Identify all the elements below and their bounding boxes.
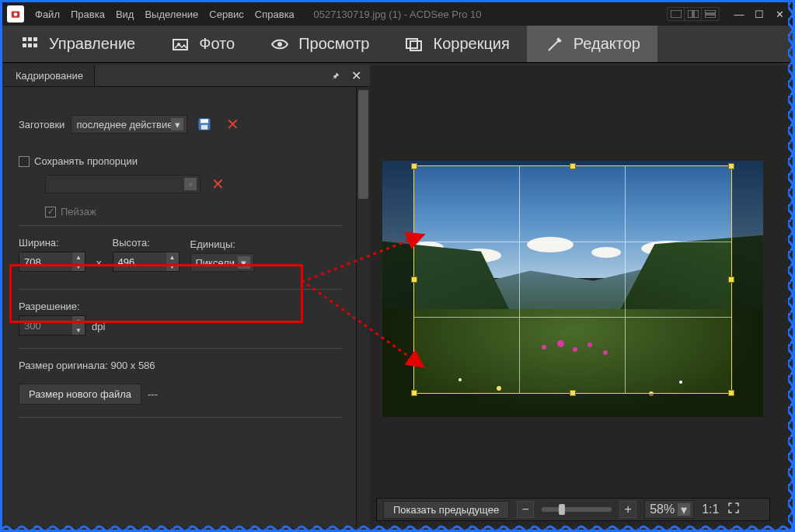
- mode-photo[interactable]: Фото: [152, 26, 252, 62]
- zoom-slider[interactable]: [542, 507, 612, 512]
- new-file-size-button[interactable]: Размер нового файла: [19, 384, 141, 405]
- presets-select[interactable]: последнее действие ▾: [71, 115, 187, 134]
- mode-photo-label: Фото: [199, 35, 235, 53]
- image-viewer: Показать предыдущее − + 58% ▾ 1:1: [370, 65, 790, 527]
- svg-point-15: [277, 42, 282, 47]
- one-to-one-button[interactable]: 1:1: [702, 502, 719, 516]
- close-panel-icon[interactable]: ✕: [350, 70, 362, 82]
- layout-3-icon[interactable]: [702, 8, 719, 20]
- keep-proportions-checkbox[interactable]: Сохранять пропорции: [19, 155, 342, 167]
- crop-handle-tl[interactable]: [411, 163, 417, 169]
- x-separator: x: [96, 257, 102, 272]
- minimize-button[interactable]: —: [730, 5, 748, 23]
- crop-handle-mr[interactable]: [728, 276, 734, 283]
- panel-scrollbar[interactable]: [356, 87, 370, 527]
- height-up[interactable]: ▲: [166, 252, 179, 262]
- mode-develop-label: Коррекция: [433, 35, 509, 53]
- zoom-select[interactable]: 58% ▾: [644, 500, 694, 519]
- res-up[interactable]: ▲: [72, 316, 85, 325]
- width-down[interactable]: ▼: [72, 262, 85, 271]
- svg-rect-2: [671, 10, 682, 18]
- width-input[interactable]: ▲▼: [19, 252, 85, 272]
- svg-rect-3: [688, 10, 692, 18]
- svg-rect-10: [23, 43, 26, 47]
- chevron-down-icon[interactable]: ▾: [238, 256, 250, 269]
- mode-manage[interactable]: Управление: [2, 26, 152, 62]
- width-value[interactable]: [19, 256, 72, 268]
- crop-tab[interactable]: Кадрирование: [5, 65, 95, 86]
- menu-select[interactable]: Выделение: [145, 9, 198, 20]
- delete-preset-icon[interactable]: ✕: [221, 115, 243, 134]
- presets-label: Заготовки: [19, 119, 65, 130]
- mode-tabs: Управление Фото Просмотр Коррекция Редак…: [2, 26, 793, 63]
- crop-handle-ml[interactable]: [411, 276, 417, 283]
- units-select[interactable]: Пиксели ▾: [190, 253, 254, 272]
- svg-rect-20: [201, 125, 207, 130]
- app-window: Файл Правка Вид Выделение Сервис Справка…: [0, 0, 795, 532]
- resolution-value[interactable]: [19, 320, 72, 332]
- svg-rect-11: [28, 43, 32, 47]
- chevron-down-icon[interactable]: ▾: [184, 178, 197, 190]
- save-preset-icon[interactable]: [194, 115, 215, 134]
- zoom-in-button[interactable]: +: [619, 501, 636, 518]
- menu-file[interactable]: Файл: [35, 9, 60, 20]
- maximize-button[interactable]: ☐: [751, 5, 768, 23]
- menu-view[interactable]: Вид: [116, 9, 134, 20]
- zoom-slider-knob[interactable]: [559, 504, 565, 515]
- menu-edit[interactable]: Правка: [71, 9, 105, 20]
- crop-handle-tm[interactable]: [570, 163, 576, 169]
- svg-point-1: [14, 12, 18, 16]
- svg-rect-19: [200, 119, 208, 123]
- svg-rect-7: [23, 37, 26, 41]
- height-value[interactable]: [113, 256, 166, 268]
- mode-develop[interactable]: Коррекция: [386, 26, 526, 62]
- clear-proportion-icon[interactable]: ✕: [207, 175, 228, 193]
- close-button[interactable]: ✕: [771, 5, 788, 23]
- units-label: Единицы:: [190, 238, 254, 250]
- res-down[interactable]: ▼: [72, 325, 85, 335]
- layout-buttons[interactable]: [667, 7, 720, 21]
- crop-handle-bl[interactable]: [411, 390, 417, 396]
- window-title: 0527130719.jpg (1) - ACDSee Pro 10: [313, 9, 481, 20]
- svg-rect-8: [28, 37, 32, 41]
- layout-2-icon[interactable]: [685, 8, 702, 20]
- new-file-size-dashes: ---: [148, 388, 158, 400]
- mode-view-label: Просмотр: [298, 35, 369, 53]
- titlebar: Файл Правка Вид Выделение Сервис Справка…: [2, 2, 793, 26]
- crop-rectangle[interactable]: [413, 165, 732, 394]
- resolution-input[interactable]: ▲▼: [19, 315, 85, 336]
- menu-help[interactable]: Справка: [255, 9, 295, 20]
- menu-tools[interactable]: Сервис: [209, 9, 244, 20]
- fit-screen-icon[interactable]: [727, 501, 741, 518]
- zoom-out-button[interactable]: −: [517, 501, 534, 518]
- svg-rect-16: [406, 39, 417, 48]
- crop-handle-tr[interactable]: [728, 163, 734, 169]
- chevron-down-icon[interactable]: ▾: [171, 118, 183, 130]
- presets-value: последнее действие: [76, 119, 173, 130]
- mode-editor[interactable]: Редактор: [527, 26, 657, 62]
- landscape-checkbox[interactable]: Пейзаж: [45, 206, 342, 217]
- original-size-text: Размер оригинала: 900 x 586: [19, 360, 342, 371]
- svg-rect-5: [705, 10, 716, 13]
- height-down[interactable]: ▼: [166, 262, 179, 271]
- zoom-value: 58%: [650, 502, 675, 516]
- height-input[interactable]: ▲▼: [113, 252, 180, 272]
- width-up[interactable]: ▲: [72, 252, 85, 262]
- crop-handle-bm[interactable]: [570, 390, 576, 396]
- keep-proportions-label: Сохранять пропорции: [34, 155, 138, 167]
- pin-icon[interactable]: [330, 70, 342, 82]
- proportion-select[interactable]: ▾: [45, 175, 200, 193]
- image-canvas[interactable]: [382, 161, 763, 417]
- svg-rect-17: [410, 41, 421, 50]
- svg-rect-4: [694, 10, 699, 18]
- mode-editor-label: Редактор: [574, 35, 640, 53]
- scrollbar-thumb[interactable]: [358, 90, 368, 199]
- show-previous-button[interactable]: Показать предыдущее: [383, 501, 509, 519]
- crop-handle-br[interactable]: [728, 390, 734, 396]
- svg-rect-12: [33, 43, 37, 47]
- layout-1-icon[interactable]: [668, 8, 685, 20]
- chevron-down-icon[interactable]: ▾: [678, 503, 690, 516]
- resolution-label: Разрешение:: [19, 301, 85, 312]
- mode-view[interactable]: Просмотр: [252, 26, 386, 62]
- units-value: Пиксели: [196, 257, 235, 269]
